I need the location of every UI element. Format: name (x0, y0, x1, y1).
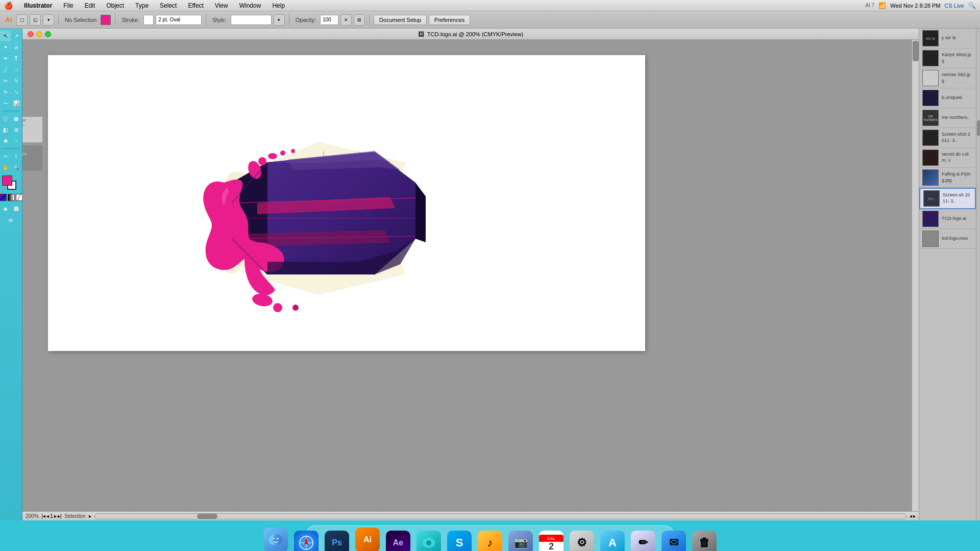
direct-selection-tool[interactable]: ↗ (11, 31, 21, 41)
expand-icon[interactable]: ▾ (43, 14, 54, 26)
symbol-tool[interactable]: ⬡ (0, 113, 11, 124)
preferences-button[interactable]: Preferences (429, 15, 470, 25)
fill-box[interactable] (2, 176, 12, 186)
maximize-button[interactable] (45, 31, 51, 37)
dock-item-safari[interactable] (292, 528, 320, 551)
menu-select[interactable]: Select (158, 1, 179, 10)
scroll-left-btn[interactable]: ◂ (910, 513, 912, 519)
view-options-icon[interactable]: ⊞ (354, 14, 365, 26)
opacity-field[interactable]: 100 (320, 15, 338, 25)
vertical-scrollbar[interactable] (912, 40, 919, 511)
dock-item-after-effects[interactable]: Ae (384, 528, 412, 551)
list-item[interactable]: Scr.. Screen-sh 2011- 3.. (919, 188, 976, 209)
list-item[interactable]: Kanye West.jpg (919, 48, 976, 68)
menu-window[interactable]: Window (237, 1, 263, 10)
apple-menu[interactable]: 🍎 (4, 2, 13, 10)
dock-item-calendar[interactable]: CAL 2 (537, 528, 565, 551)
graph-tool[interactable]: 📊 (11, 98, 21, 109)
close-button[interactable] (28, 31, 34, 37)
list-item[interactable]: Falling & Flying.jpg (919, 168, 976, 188)
line-tool[interactable]: ╱ (0, 64, 11, 75)
lasso-tool[interactable]: ⌀ (11, 42, 21, 53)
dock-item-illustrator[interactable]: Ai (354, 528, 381, 551)
list-item[interactable]: tcd-logo.mov (919, 229, 976, 249)
horizontal-scroll-thumb[interactable] (197, 514, 217, 519)
rotate-tool[interactable]: ↻ (0, 87, 11, 97)
blend-tool[interactable]: ⟇ (11, 136, 21, 146)
list-item[interactable]: TCD-logo.ai (919, 209, 976, 229)
dock-item-skype[interactable]: S (446, 528, 473, 551)
pencil-tool2[interactable]: ✎ (11, 76, 21, 86)
last-page-btn[interactable]: ▸| (58, 513, 62, 519)
dock-item-photoshop[interactable]: Ps (323, 528, 351, 551)
menu-edit[interactable]: Edit (83, 1, 97, 10)
canvas-scroll[interactable]: Screen-shot2011- 12 A... 045_eid_m...bar… (22, 40, 919, 511)
right-scrollbar[interactable] (976, 29, 980, 520)
style-field[interactable] (231, 15, 272, 25)
type-tool[interactable]: T (11, 53, 21, 64)
knife-tool[interactable]: ⌇ (11, 151, 21, 162)
minimize-button[interactable] (36, 31, 42, 37)
color-btn[interactable] (0, 194, 7, 201)
menu-help[interactable]: Help (270, 1, 287, 10)
scissors-tool[interactable]: ✂ (0, 151, 11, 162)
opacity-toggle[interactable]: ✕ (340, 14, 352, 26)
mode-expand-btn[interactable]: ▸ (89, 513, 91, 519)
list-item[interactable]: Screen-shot 2011- 3.. (919, 128, 976, 148)
dock-item-osx[interactable] (415, 528, 443, 551)
column-graph-tool[interactable]: ▦ (11, 113, 21, 124)
search-icon[interactable]: 🔍 (968, 2, 976, 9)
gradient-btn[interactable] (8, 194, 15, 201)
zoom-tool[interactable]: 🔍 (11, 162, 21, 173)
menu-file[interactable]: File (61, 1, 75, 10)
right-scroll-thumb[interactable] (977, 120, 980, 136)
first-page-btn[interactable]: |◂ (42, 513, 46, 519)
dock-item-sysprefs[interactable]: ⚙ (568, 528, 596, 551)
list-item[interactable]: menumbers me numbers.. (919, 108, 976, 128)
prev-page-btn[interactable]: ◂ (46, 513, 49, 519)
list-item[interactable]: b.unique6 (919, 88, 976, 108)
menu-object[interactable]: Object (104, 1, 126, 10)
stroke-size-field[interactable]: 2 pt. Oval (156, 15, 202, 25)
menu-type[interactable]: Type (133, 1, 151, 10)
fill-swatch[interactable] (101, 15, 111, 25)
screen-mode-btn[interactable]: ▣ (0, 204, 11, 214)
scale-tool[interactable]: ⤡ (11, 87, 21, 97)
selection-tool[interactable]: ↖ (0, 31, 11, 41)
list-item[interactable]: wir le y wir le (919, 29, 976, 48)
screen-mode-btn2[interactable]: ⬜ (11, 204, 21, 214)
dock-item-iphoto[interactable]: 📷 (507, 528, 534, 551)
menu-effect[interactable]: Effect (186, 1, 205, 10)
document-setup-button[interactable]: Document Setup (374, 15, 427, 25)
vertical-scroll-thumb[interactable] (913, 41, 919, 61)
list-item[interactable]: canvas 3&0.jpg (919, 68, 976, 88)
dock-item-itunes[interactable]: ♪ (476, 528, 504, 551)
pen-tool[interactable]: ✒ (0, 53, 11, 64)
dock-item-trash[interactable]: 🗑 (691, 528, 718, 551)
view-toggle[interactable]: ▤ (0, 215, 21, 226)
dock-item-mail[interactable]: ✉ (660, 528, 688, 551)
none-btn[interactable]: ╱ (16, 194, 23, 201)
stroke-color[interactable] (143, 15, 154, 25)
dock-item-finder[interactable] (262, 528, 289, 551)
hand-tool[interactable]: ✋ (0, 162, 11, 173)
mesh-tool[interactable]: ⊞ (11, 124, 21, 135)
dock-item-pencil[interactable]: ✏ (629, 528, 657, 551)
next-page-btn[interactable]: ▸ (54, 513, 57, 519)
eyedropper-tool[interactable]: ✱ (0, 136, 11, 146)
magic-wand-tool[interactable]: ✦ (0, 42, 11, 53)
menu-illustrator[interactable]: Illustrator (22, 1, 54, 10)
dock-item-appstore[interactable]: A (599, 528, 626, 551)
scroll-right-btn[interactable]: ▸ (913, 513, 916, 519)
ellipse-tool[interactable]: ○ (11, 64, 21, 75)
gradient-tool[interactable]: ◧ (0, 124, 11, 135)
select-icon[interactable]: ▢ (16, 14, 28, 26)
item-thumb-3 (922, 90, 939, 106)
horizontal-scrollbar[interactable] (94, 513, 907, 519)
paintbrush-tool[interactable]: ✏ (0, 76, 11, 86)
warp-tool[interactable]: 〜 (0, 98, 11, 109)
menu-view[interactable]: View (213, 1, 230, 10)
style-expand-icon[interactable]: ▾ (274, 14, 285, 26)
list-item[interactable]: secret do v.dim. x (919, 148, 976, 168)
artboard-icon[interactable]: ◱ (30, 14, 41, 26)
